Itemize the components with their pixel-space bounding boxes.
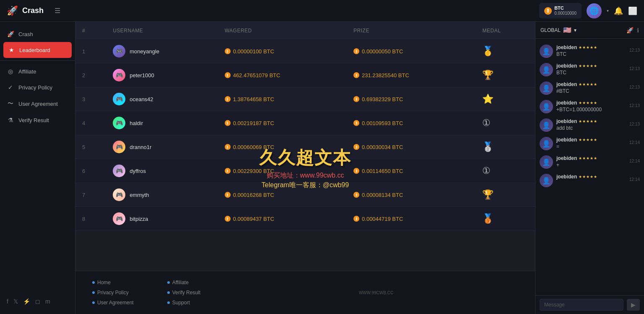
chat-msg-header: joebiden ★★★★★: [556, 137, 626, 143]
chat-send-button[interactable]: ▶: [627, 299, 640, 311]
chat-stars: ★★★★★: [579, 138, 597, 142]
user-avatar: 🎮: [113, 141, 125, 153]
col-wagered: Wagered: [218, 22, 347, 39]
username-text: peter1000: [130, 72, 154, 78]
chat-message: 👤 joebiden ★★★★★ + 12:14: [535, 153, 644, 171]
logo-rocket-icon: 🚀: [7, 5, 18, 16]
username-cell: 🎮 peter1000: [106, 63, 218, 87]
wagered-amount: 0.00089437 BTC: [233, 216, 274, 222]
chat-msg-body: joebiden ★★★★★ +BTC=1.000000000: [556, 100, 626, 113]
table-row: 5 🎮 dranno1r ₿ 0.00060069 BTC ₿ 0.000300…: [75, 135, 535, 159]
chat-global-btn[interactable]: GLOBAL 🇺🇸 ▾: [540, 26, 576, 34]
wagered-amount: 0.00060069 BTC: [233, 144, 274, 150]
wagered-coin-icon: ₿: [225, 216, 231, 222]
chat-msg-body: joebiden ★★★★★ BTC: [556, 44, 626, 57]
chat-rocket-icon[interactable]: 🚀: [626, 27, 634, 34]
wagered-coin-icon: ₿: [225, 96, 231, 102]
medium-icon[interactable]: m: [45, 298, 50, 305]
discord-icon[interactable]: ⚡: [23, 298, 30, 305]
chat-info-icon[interactable]: ℹ: [637, 27, 639, 34]
chat-stars: ★★★★★: [579, 82, 597, 86]
hamburger-icon[interactable]: ☰: [55, 7, 60, 15]
chat-user-avatar: 👤: [540, 63, 553, 76]
rank-cell: 8: [75, 207, 106, 231]
chat-msg-text: #BTC: [556, 88, 626, 94]
footer-dot-privacy: [92, 291, 95, 294]
wagered-amount: 0.00219187 BTC: [233, 120, 274, 126]
prize-amount: 0.00114650 BTC: [362, 168, 403, 174]
wagered-amount: 462.47651079 BTC: [233, 72, 280, 78]
footer-link-privacy[interactable]: Privacy Policy: [92, 290, 134, 296]
sidebar-item-privacy[interactable]: ✓ Privacy Policy: [0, 79, 75, 95]
main-layout: 🚀 Crash ★ Leaderboard ◎ Affiliate ✓ Priv…: [0, 22, 644, 314]
chat-message-input[interactable]: [540, 299, 623, 311]
facebook-icon[interactable]: f: [7, 298, 8, 305]
sidebar-socials: f 𝕏 ⚡ ◻ m: [0, 293, 75, 310]
sidebar-item-user-agreement[interactable]: 〜 User Agreement: [0, 95, 75, 112]
sidebar-item-leaderboard[interactable]: ★ Leaderboard: [3, 42, 72, 58]
btc-balance[interactable]: ₿ BTC 0.00010000: [539, 3, 582, 18]
username-cell: 🎮 moneyangle: [106, 39, 218, 63]
rank-cell: 4: [75, 111, 106, 135]
username-cell: 🎮 haldir: [106, 111, 218, 135]
sidebar-item-affiliate[interactable]: ◎ Affiliate: [0, 63, 75, 79]
leaderboard-table: # Username Wagered Prize Medal 1 🎮 money…: [75, 22, 535, 231]
prize-coin-icon: ₿: [353, 192, 359, 198]
rank-cell: 7: [75, 183, 106, 207]
sidebar-divider-1: [0, 60, 75, 61]
chat-username: joebiden: [556, 174, 577, 180]
chat-user-avatar: 👤: [540, 100, 553, 113]
rank-cell: 5: [75, 135, 106, 159]
chat-username: joebiden: [556, 63, 577, 69]
prize-coin-icon: ₿: [353, 72, 359, 78]
verify-icon: ⚗: [7, 117, 14, 123]
table-row: 1 🎮 moneyangle ₿ 0.00000100 BTC ₿ 0.0000…: [75, 39, 535, 63]
chat-msg-text: add btc: [556, 125, 626, 131]
chat-msg-body: joebiden ★★★★★ +: [556, 155, 626, 168]
wagered-cell: ₿ 1.38764658 BTC: [218, 87, 347, 111]
username-text: dyffros: [130, 168, 146, 174]
user-avatar: 🎮: [113, 188, 125, 201]
footer-link-agreement[interactable]: User Agreement: [92, 300, 134, 306]
bell-icon[interactable]: 🔔: [614, 6, 623, 16]
rank-cell: 6: [75, 159, 106, 183]
chat-timestamp: 12:13: [629, 64, 640, 71]
agreement-icon: 〜: [7, 100, 14, 107]
table-body: 1 🎮 moneyangle ₿ 0.00000100 BTC ₿ 0.0000…: [75, 39, 535, 231]
content-area: # Username Wagered Prize Medal 1 🎮 money…: [75, 22, 535, 314]
medal-cell: 🥈: [475, 135, 535, 159]
footer-link-support[interactable]: Support: [167, 300, 200, 306]
username-cell: 🎮 emmyth: [106, 183, 218, 207]
sidebar-item-verify[interactable]: ⚗ Verify Result: [0, 112, 75, 128]
chat-timestamp: 12:13: [629, 45, 640, 52]
wagered-coin-icon: ₿: [225, 192, 231, 198]
footer-link-affiliate[interactable]: Affiliate: [167, 280, 200, 285]
footer-link-privacy-label: Privacy Policy: [97, 290, 129, 296]
username-cell: 🎮 bitpizza: [106, 207, 218, 231]
col-rank: #: [75, 22, 106, 39]
wagered-cell: ₿ 0.00060069 BTC: [218, 135, 347, 159]
user-avatar: 🎮: [113, 69, 125, 81]
prize-cell: ₿ 0.00044719 BTC: [347, 207, 475, 231]
prize-cell: ₿ 0.00109593 BTC: [347, 111, 475, 135]
chat-messages: 👤 joebiden ★★★★★ BTC 12:13 👤 joebiden ★★…: [535, 39, 644, 295]
sidebar-item-crash[interactable]: 🚀 Crash: [0, 26, 75, 42]
footer: Home Privacy Policy User Agreement Affil…: [75, 271, 535, 314]
sidebar-item-affiliate-label: Affiliate: [18, 68, 36, 75]
twitter-icon[interactable]: 𝕏: [13, 298, 18, 305]
chevron-down-icon[interactable]: ▾: [607, 8, 609, 13]
footer-link-agreement-label: User Agreement: [97, 300, 134, 306]
leaderboard-icon: ★: [8, 47, 15, 53]
footer-link-verify[interactable]: Verify Result: [167, 290, 200, 296]
chat-message: 👤 joebiden ★★★★★ add btc 12:13: [535, 116, 644, 134]
chat-timestamp: 12:14: [629, 175, 640, 182]
footer-link-home[interactable]: Home: [92, 280, 134, 285]
prize-cell: ₿ 0.00008134 BTC: [347, 183, 475, 207]
instagram-icon[interactable]: ◻: [35, 298, 40, 305]
user-avatar-btn[interactable]: 🌐: [587, 3, 602, 18]
chat-msg-body: joebiden ★★★★★ =: [556, 137, 626, 149]
screen-icon[interactable]: ⬜: [628, 6, 637, 16]
leaderboard-table-container: # Username Wagered Prize Medal 1 🎮 money…: [75, 22, 535, 271]
chat-msg-body: joebiden ★★★★★ BTC: [556, 63, 626, 76]
wagered-cell: ₿ 0.00000100 BTC: [218, 39, 347, 63]
